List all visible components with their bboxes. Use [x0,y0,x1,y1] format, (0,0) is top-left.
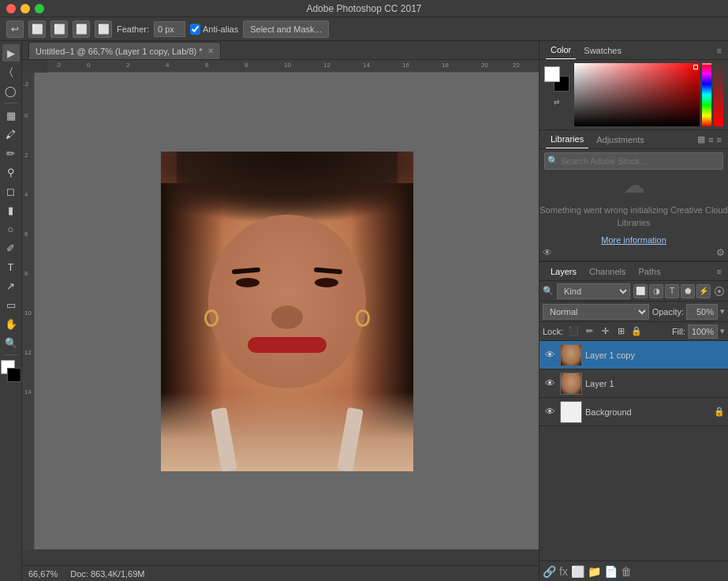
layer-name-layer1: Layer 1 [585,379,725,388]
layer-effects-icon[interactable]: fx [559,565,568,578]
ruler-mark-0: 0 [87,62,90,69]
tab-paths[interactable]: Paths [634,262,666,280]
tab-libraries[interactable]: Libraries [546,130,588,148]
panel-icon-1[interactable]: 👁 [543,247,552,258]
delete-layer-icon[interactable]: 🗑 [621,565,632,578]
fill-dropdown-icon[interactable]: ▾ [720,326,725,336]
link-layers-icon[interactable]: 🔗 [543,565,556,578]
tool-zoom[interactable]: 🔍 [2,334,20,351]
tool-clone[interactable]: ⚲ [2,163,20,181]
minimize-button[interactable] [21,4,30,13]
filter-type-icon[interactable]: T [665,284,679,298]
fg-bg-colors[interactable] [544,66,569,92]
color-pickers-row [574,63,723,126]
tool-rect-shape[interactable]: ▭ [2,296,20,313]
lock-position-icon[interactable]: ✛ [598,324,612,339]
lock-transparent-icon[interactable]: ⬛ [566,324,581,339]
tool-dodge[interactable]: ○ [2,220,20,238]
lock-artboard-icon[interactable]: ⊞ [614,324,628,339]
blend-mode-select[interactable]: Normal [543,304,649,320]
document-tab[interactable]: Untitled–1 @ 66,7% (Layer 1 copy, Lab/8)… [28,42,221,59]
new-layer-icon[interactable]: 📄 [604,565,618,578]
tool-gradient[interactable]: ▮ [2,201,20,219]
lock-icons: ⬛ ✏ ✛ ⊞ 🔒 [566,324,644,339]
hue-slider[interactable] [702,63,711,126]
lock-all-icon[interactable]: 🔒 [629,324,644,339]
filter-adj-icon[interactable]: ◑ [649,284,663,298]
fg-bg-reset: ⇄ [554,98,560,106]
opacity-input[interactable] [686,304,718,320]
panel-icons-row: 👁 ⚙ [539,244,728,261]
window-controls[interactable] [6,4,44,13]
foreground-background-colors[interactable] [1,360,21,382]
layer-mask-icon[interactable]: ⬜ [571,565,584,578]
tab-layers[interactable]: Layers [546,262,581,280]
layer-item-layer1[interactable]: 👁 Layer 1 [539,369,728,398]
lock-pixels-icon[interactable]: ✏ [582,324,596,339]
filter-kind-select[interactable]: Kind [557,283,630,299]
anti-alias-checkbox[interactable] [190,21,200,37]
filter-smart-icon[interactable]: ⚡ [696,284,711,298]
filter-pixel-icon[interactable]: ⬜ [633,284,648,298]
hue-slider-handle [702,63,711,65]
tool-exclude-icon[interactable]: ⬜ [95,21,112,38]
layer-item-background[interactable]: 👁 Background 🔒 [539,398,728,426]
tool-eraser[interactable]: ◻ [2,182,20,200]
tool-pen[interactable]: ✐ [2,239,20,257]
select-mask-button[interactable]: Select and Mask... [243,21,329,38]
color-panel: Color Swatches ≡ ⇄ [539,41,728,130]
panel-icon-2[interactable]: ⚙ [716,247,725,258]
filter-shape-icon[interactable]: ⬟ [681,284,695,298]
main-layout: ▶ 〈 ◯ ▦ 🖍 ✏ ⚲ ◻ ▮ ○ ✐ T ↗ ▭ ✋ 🔍 Untitled… [0,41,728,581]
tool-hand[interactable]: ✋ [2,315,20,332]
tool-brush[interactable]: ✏ [2,144,20,162]
tool-subtract-icon[interactable]: ⬜ [50,21,68,38]
more-info-link[interactable]: More information [601,235,666,245]
tool-eyedropper[interactable]: 🖍 [2,126,20,143]
libraries-header-icons: ▦ ≡ ≡ [697,134,722,144]
layer-visibility-layer1copy[interactable]: 👁 [543,348,557,362]
filter-toggle-icon[interactable]: ⦿ [714,285,725,298]
feather-input[interactable] [154,21,185,37]
libraries-menu-icon[interactable]: ≡ [717,135,722,144]
tab-color[interactable]: Color [546,41,576,59]
layers-menu-icon[interactable]: ≡ [717,267,722,276]
alpha-slider[interactable] [714,63,723,126]
tool-selection[interactable]: ▶ [2,44,20,62]
layer-visibility-layer1[interactable]: 👁 [543,377,557,391]
options-bar: ↩ ⬜ ⬜ ⬜ ⬜ Feather: Anti-alias Select and… [0,17,728,41]
background-color[interactable] [7,368,21,382]
anti-alias-label: Anti-alias [203,24,238,34]
ruler-mark-10: 10 [284,62,291,69]
layer-item-layer1copy[interactable]: 👁 Layer 1 copy [539,341,728,369]
foreground-swatch[interactable] [544,66,560,82]
color-field[interactable] [574,63,700,126]
new-group-icon[interactable]: 📁 [588,565,601,578]
layers-bottom-toolbar: 🔗 fx ⬜ 📁 📄 🗑 [539,560,728,581]
fill-input[interactable] [688,324,718,339]
tool-ellipse[interactable]: ◯ [2,82,20,99]
tool-lasso[interactable]: 〈 [2,63,20,81]
tab-swatches[interactable]: Swatches [579,41,626,59]
tool-path-select[interactable]: ↗ [2,277,20,294]
swap-colors-icon[interactable]: ⇄ [554,98,560,106]
blend-mode-bar: Normal Opacity: ▾ [539,302,728,322]
layer-visibility-background[interactable]: 👁 [543,405,557,419]
maximize-button[interactable] [35,4,44,13]
tab-adjustments[interactable]: Adjustments [592,130,649,148]
grid-view-icon[interactable]: ▦ [697,134,705,144]
opacity-dropdown-icon[interactable]: ▾ [720,306,725,317]
ruler-mark-16: 16 [402,62,409,69]
tool-type[interactable]: T [2,258,20,276]
tool-crop[interactable]: ▦ [2,107,20,124]
lib-search-input[interactable] [544,152,723,170]
close-button[interactable] [6,4,16,13]
tab-close-icon[interactable]: ✕ [207,47,214,55]
app-title: Adobe Photoshop CC 2017 [306,3,421,14]
color-panel-menu-icon[interactable]: ≡ [717,46,722,55]
tool-intersect-icon[interactable]: ⬜ [73,21,90,38]
tab-channels[interactable]: Channels [584,262,630,280]
list-view-icon[interactable]: ≡ [708,135,713,144]
tool-shape-icon[interactable]: ⬜ [28,21,46,38]
history-back-icon[interactable]: ↩ [6,21,24,38]
